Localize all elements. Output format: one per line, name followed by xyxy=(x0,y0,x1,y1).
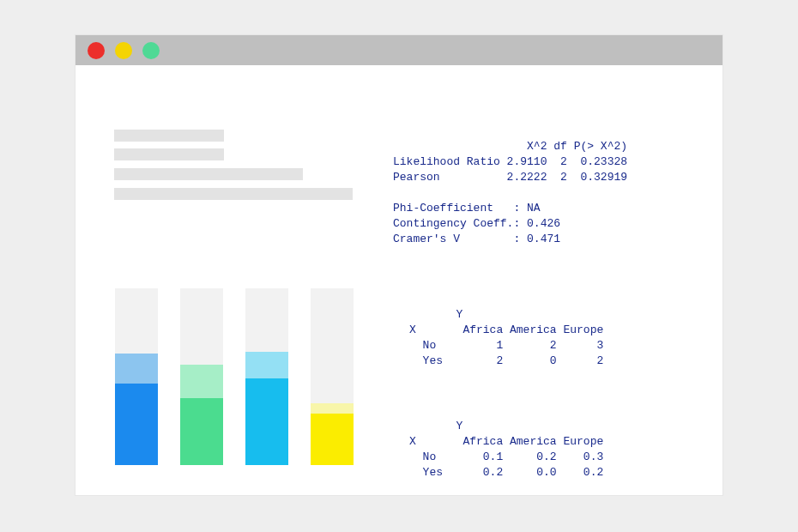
titlebar xyxy=(76,35,722,65)
stats-cc: Contingency Coeff.: 0.426 xyxy=(393,217,560,230)
stats-pearson: Pearson 2.2222 2 0.32919 xyxy=(393,171,627,184)
bar-segment-dark xyxy=(180,398,223,465)
props-h1: Y xyxy=(409,420,462,432)
chart-bar xyxy=(180,288,223,465)
content-area: X^2 df P(> X^2) Likelihood Ratio 2.9110 … xyxy=(76,65,722,495)
stats-header: X^2 df P(> X^2) xyxy=(393,140,627,153)
chart-bar xyxy=(311,288,354,465)
placeholder-line xyxy=(114,148,224,160)
stacked-bar-chart xyxy=(115,288,368,465)
stats-phi: Phi-Coefficient : NA xyxy=(393,202,541,215)
props-r2: Yes 0.2 0.0 0.2 xyxy=(409,466,603,479)
close-icon[interactable] xyxy=(88,42,105,59)
counts-h1: Y xyxy=(409,308,462,321)
counts-r2: Yes 2 0 2 xyxy=(409,354,603,367)
bar-segment-light xyxy=(311,403,354,414)
placeholder-line xyxy=(114,188,353,200)
chi-square-output: X^2 df P(> X^2) Likelihood Ratio 2.9110 … xyxy=(393,124,627,247)
counts-table: Y X Africa America Europe No 1 2 3 Yes 2… xyxy=(409,292,603,369)
counts-h2: X Africa America Europe xyxy=(409,323,603,336)
bar-segment-dark xyxy=(245,378,288,465)
minimize-icon[interactable] xyxy=(115,42,132,59)
stats-cramer: Cramer's V : 0.471 xyxy=(393,233,560,245)
bar-segment-light xyxy=(115,354,158,384)
placeholder-line xyxy=(114,130,224,142)
bar-segment-dark xyxy=(115,384,158,465)
bar-segment-light xyxy=(180,365,223,398)
app-window: X^2 df P(> X^2) Likelihood Ratio 2.9110 … xyxy=(75,34,723,496)
chart-bar xyxy=(115,288,158,465)
props-r1: No 0.1 0.2 0.3 xyxy=(409,450,603,463)
counts-r1: No 1 2 3 xyxy=(409,339,603,352)
chart-bar xyxy=(245,288,288,465)
props-h2: X Africa America Europe xyxy=(409,435,603,448)
proportions-table: Y X Africa America Europe No 0.1 0.2 0.3… xyxy=(409,403,603,481)
stats-lr: Likelihood Ratio 2.9110 2 0.23328 xyxy=(393,155,627,168)
bar-segment-light xyxy=(245,352,288,378)
placeholder-line xyxy=(114,168,303,180)
bar-segment-dark xyxy=(311,414,354,465)
zoom-icon[interactable] xyxy=(142,42,160,59)
